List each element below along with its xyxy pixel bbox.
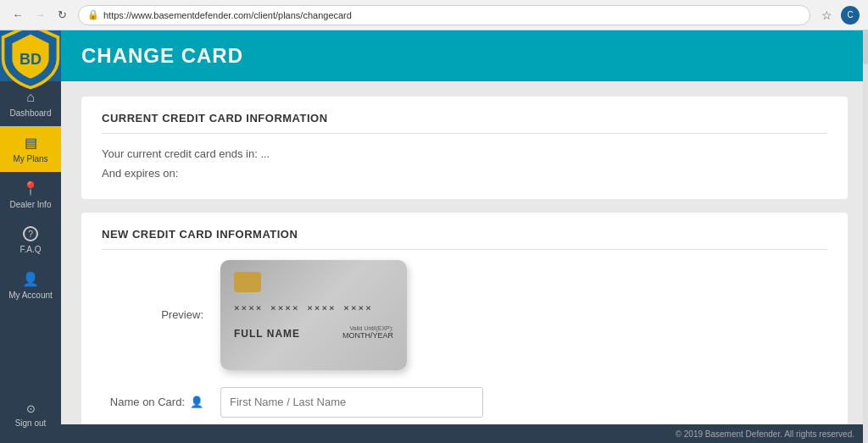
back-button[interactable]: ←	[8, 6, 27, 25]
sidebar-item-dealer-info[interactable]: 📍 Dealer Info	[0, 172, 61, 218]
current-card-section: CURRENT CREDIT CARD INFORMATION Your cur…	[81, 97, 848, 199]
footer-text: © 2019 Basement Defender. All rights res…	[676, 429, 854, 439]
faq-icon: ?	[23, 226, 38, 241]
sign-out-label: Sign out	[15, 418, 47, 428]
cc-chip	[234, 272, 261, 292]
sidebar-label-faq: F.A.Q	[19, 245, 41, 254]
nav-buttons: ← → ↻	[8, 6, 71, 25]
person-icon: 👤	[190, 396, 203, 408]
footer-bar: © 2019 Basement Defender. All rights res…	[61, 424, 868, 443]
page-content: CURRENT CREDIT CARD INFORMATION Your cur…	[61, 81, 868, 424]
sidebar-label-my-plans: My Plans	[13, 154, 47, 163]
sidebar-bottom: ⊙ Sign out	[0, 394, 61, 443]
dealer-info-icon: 📍	[22, 180, 39, 197]
cc-bottom: FULL NAME Valid Until(EXP): MONTH/YEAR	[234, 325, 393, 340]
current-card-title: CURRENT CREDIT CARD INFORMATION	[102, 112, 827, 125]
my-plans-icon: ▤	[25, 135, 37, 151]
star-button[interactable]: ☆	[817, 6, 836, 25]
forward-button[interactable]: →	[31, 6, 49, 25]
browser-chrome: ← → ↻ 🔒 https://www.basementdefender.com…	[0, 0, 868, 30]
sidebar-item-dashboard[interactable]: ⌂ Dashboard	[0, 81, 61, 126]
refresh-button[interactable]: ↻	[53, 6, 71, 25]
page-title: CHANGE CARD	[81, 44, 243, 68]
current-card-line1: Your current credit card ends in: ...	[102, 144, 827, 163]
app-container: BD ⌂ Dashboard ▤ My Plans 📍 Dealer Info …	[0, 30, 868, 443]
current-card-line2: And expires on:	[102, 163, 827, 183]
lock-icon: 🔒	[87, 9, 99, 20]
cc-valid: Valid Until(EXP): MONTH/YEAR	[342, 325, 393, 340]
main-wrapper: BD ⌂ Dashboard ▤ My Plans 📍 Dealer Info …	[0, 30, 868, 443]
sidebar: BD ⌂ Dashboard ▤ My Plans 📍 Dealer Info …	[0, 30, 61, 443]
new-card-section: NEW CREDIT CARD INFORMATION Preview: ×××…	[81, 213, 848, 424]
name-on-card-row: Name on Card: 👤	[102, 387, 827, 418]
cc-number: ×××× ×××× ×××× ××××	[234, 302, 393, 313]
my-account-icon: 👤	[22, 271, 39, 287]
scrollbar[interactable]	[863, 30, 868, 443]
sidebar-item-faq[interactable]: ? F.A.Q	[0, 218, 61, 263]
sign-out-icon: ⊙	[26, 402, 36, 415]
current-card-info: Your current credit card ends in: ... An…	[102, 144, 827, 184]
svg-text:BD: BD	[19, 52, 42, 69]
cc-valid-label: Valid Until(EXP):	[342, 325, 393, 331]
sign-out-button[interactable]: ⊙ Sign out	[0, 394, 61, 436]
sidebar-label-dealer-info: Dealer Info	[10, 200, 52, 209]
section-divider-2	[102, 249, 827, 250]
sidebar-item-my-account[interactable]: 👤 My Account	[0, 263, 61, 308]
cc-name: FULL NAME	[234, 328, 300, 340]
sidebar-label-my-account: My Account	[8, 291, 53, 300]
address-bar[interactable]: 🔒 https://www.basementdefender.com/clien…	[78, 5, 810, 25]
name-on-card-input[interactable]	[220, 387, 483, 418]
dashboard-icon: ⌂	[26, 90, 35, 105]
sidebar-item-my-plans[interactable]: ▤ My Plans	[0, 126, 61, 172]
url-text: https://www.basementdefender.com/client/…	[103, 10, 352, 20]
sidebar-logo: BD	[0, 30, 61, 81]
content-area: CHANGE CARD CURRENT CREDIT CARD INFORMAT…	[61, 30, 868, 443]
new-card-title: NEW CREDIT CARD INFORMATION	[102, 228, 827, 241]
scroll-thumb[interactable]	[863, 30, 868, 64]
sidebar-label-dashboard: Dashboard	[10, 108, 52, 118]
credit-card-preview: ×××× ×××× ×××× ×××× FULL NAME Valid Unti…	[220, 260, 407, 370]
preview-area: Preview: ×××× ×××× ×××× ×××× FULL NAME V…	[102, 260, 827, 370]
name-on-card-label: Name on Card: 👤	[102, 396, 203, 408]
user-avatar-button[interactable]: C	[841, 6, 860, 25]
page-header: CHANGE CARD	[61, 30, 868, 81]
section-divider-1	[102, 133, 827, 134]
preview-label: Preview:	[102, 308, 203, 321]
cc-valid-value: MONTH/YEAR	[342, 331, 393, 340]
browser-actions: ☆ C	[817, 6, 860, 25]
